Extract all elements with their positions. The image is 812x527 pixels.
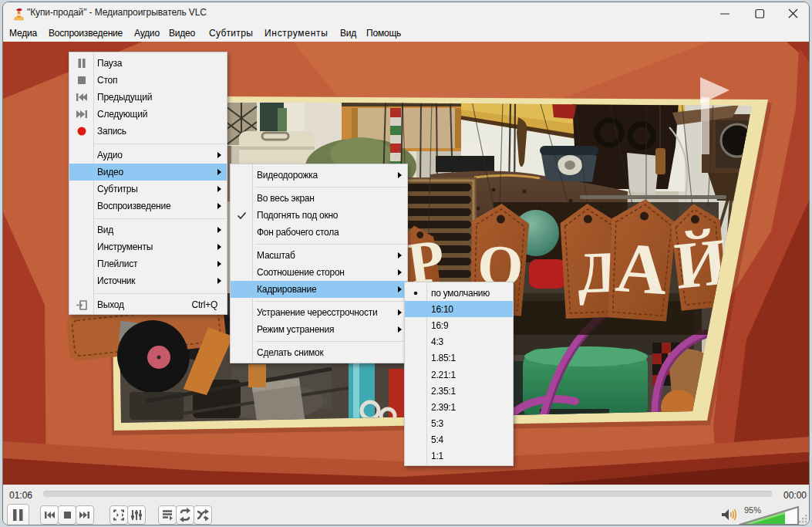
- svg-text:А: А: [613, 228, 669, 309]
